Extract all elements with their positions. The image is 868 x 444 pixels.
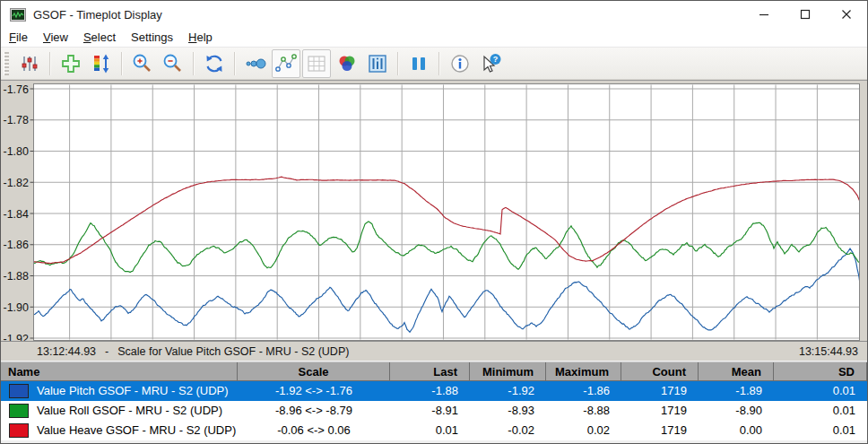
colors-button[interactable] [333, 49, 361, 78]
axis-end-time: 13:15:44.93 [799, 342, 858, 361]
axis-start-time: 13:12:44.93 [37, 345, 96, 358]
menubar: FileViewSelectSettingsHelp [1, 28, 867, 48]
histogram-button[interactable] [363, 49, 392, 78]
titlebar[interactable]: GSOF - Timeplot Display [1, 1, 867, 28]
cell-mean: -8.90 [699, 401, 774, 421]
cell-min: -0.02 [470, 421, 546, 440]
y-axis-label: -1.76 [4, 83, 30, 96]
cell-last: -1.88 [390, 381, 470, 401]
timeplot-chart[interactable]: -1.76-1.78-1.80-1.82-1.84-1.86-1.88-1.90… [1, 81, 867, 341]
menu-help[interactable]: Help [181, 29, 220, 46]
table-row[interactable]: Value Pitch GSOF - MRU - S2 (UDP)-1.92 <… [1, 381, 867, 401]
cell-sd: 0.01 [774, 421, 867, 440]
autoscale-icon [90, 52, 113, 75]
maximize-icon [800, 9, 811, 20]
minimize-icon [759, 9, 769, 20]
cell-scale: -0.06 <-> 0.06 [238, 421, 390, 440]
window-title: GSOF - Timeplot Display [33, 8, 162, 22]
toolbar-separator [438, 52, 440, 75]
minimize-button[interactable] [743, 1, 785, 28]
autoscale-button[interactable] [87, 49, 116, 78]
info-icon [448, 52, 472, 75]
zoom-out-button[interactable] [159, 49, 187, 78]
scatter-icon [274, 52, 298, 75]
cell-sd: 0.01 [774, 401, 867, 421]
help-icon: ? [479, 52, 502, 75]
column-header-max[interactable]: Maximum [546, 362, 621, 380]
maximize-button[interactable] [785, 1, 826, 28]
zoom-in-button[interactable] [128, 49, 157, 78]
series-name: Value Pitch GSOF - MRU - S2 (UDP) [37, 381, 229, 401]
app-icon[interactable] [10, 8, 26, 22]
column-header-sd[interactable]: SD [774, 362, 867, 380]
points-icon [244, 52, 267, 75]
table-row[interactable]: Value Roll GSOF - MRU - S2 (UDP)-8.96 <-… [1, 401, 867, 421]
close-icon [841, 9, 852, 20]
add-button[interactable] [56, 49, 85, 78]
plot-panel: -1.76-1.78-1.80-1.82-1.84-1.86-1.88-1.90… [1, 80, 867, 361]
pause-icon [407, 52, 430, 75]
cell-min: -8.93 [470, 401, 546, 421]
menu-select[interactable]: Select [76, 29, 123, 46]
sliders-icon [18, 52, 41, 75]
time-axis: 13:12:44.93-Scale for Value Pitch GSOF -… [1, 341, 867, 361]
toolbar-separator [193, 52, 195, 75]
refresh-icon [203, 52, 226, 75]
column-header-name[interactable]: Name [1, 362, 238, 380]
series-name: Value Heave GSOF - MRU - S2 (UDP) [37, 421, 236, 440]
sliders-button[interactable] [15, 49, 44, 78]
y-axis-label: -1.90 [4, 301, 30, 314]
grid-icon [305, 52, 328, 75]
app-window: GSOF - Timeplot Display FileViewSelectSe… [0, 0, 868, 444]
cell-last: 0.01 [390, 421, 470, 440]
pause-button[interactable] [404, 49, 433, 78]
cell-name: Value Roll GSOF - MRU - S2 (UDP) [1, 401, 238, 421]
cell-count: 1719 [621, 381, 699, 401]
series-color-swatch [9, 384, 29, 398]
menu-file[interactable]: File [2, 29, 35, 46]
series-color-swatch [9, 404, 29, 418]
toolbar: ? [1, 48, 867, 80]
y-axis-label: -1.82 [4, 177, 30, 189]
y-axis-label: -1.88 [4, 270, 30, 283]
zoom-in-icon [131, 52, 154, 75]
menu-view[interactable]: View [36, 29, 75, 46]
cell-sd: 0.01 [774, 381, 867, 401]
add-icon [59, 52, 82, 75]
histogram-icon [366, 52, 389, 75]
caption-buttons [743, 1, 867, 28]
toolbar-separator [49, 52, 51, 75]
grid-button[interactable] [302, 49, 331, 78]
refresh-button[interactable] [200, 49, 229, 78]
cell-max: -1.86 [546, 381, 621, 401]
cell-name: Value Heave GSOF - MRU - S2 (UDP) [1, 421, 238, 440]
axis-scale-label: Scale for Value Pitch GSOF - MRU - S2 (U… [117, 345, 349, 358]
scatter-button[interactable] [272, 49, 300, 78]
menu-settings[interactable]: Settings [124, 29, 180, 46]
table-row[interactable]: Value Heave GSOF - MRU - S2 (UDP)-0.06 <… [1, 421, 867, 440]
cell-mean: 0.00 [699, 421, 774, 440]
cell-max: 0.02 [546, 421, 621, 440]
cell-scale: -8.96 <-> -8.79 [238, 401, 390, 421]
info-button[interactable] [446, 49, 474, 78]
column-header-min[interactable]: Minimum [470, 362, 546, 380]
series-name: Value Roll GSOF - MRU - S2 (UDP) [37, 401, 222, 421]
close-button[interactable] [826, 1, 867, 28]
svg-text:?: ? [493, 55, 499, 64]
y-axis-label: -1.78 [4, 114, 30, 126]
axis-separator: - [105, 345, 108, 358]
column-header-last[interactable]: Last [390, 362, 470, 380]
cell-last: -8.91 [390, 401, 470, 421]
toolbar-grip[interactable] [4, 52, 9, 75]
column-header-count[interactable]: Count [621, 362, 699, 380]
cell-min: -1.92 [470, 381, 546, 401]
cell-max: -8.88 [546, 401, 621, 421]
column-header-scale[interactable]: Scale [238, 362, 390, 380]
y-axis-label: -1.92 [4, 333, 30, 342]
column-header-mean[interactable]: Mean [699, 362, 774, 380]
y-axis-label: -1.86 [4, 239, 30, 251]
zoom-out-icon [161, 52, 185, 75]
points-button[interactable] [241, 49, 270, 78]
y-axis-label: -1.80 [4, 145, 30, 158]
help-button[interactable]: ? [476, 49, 505, 78]
